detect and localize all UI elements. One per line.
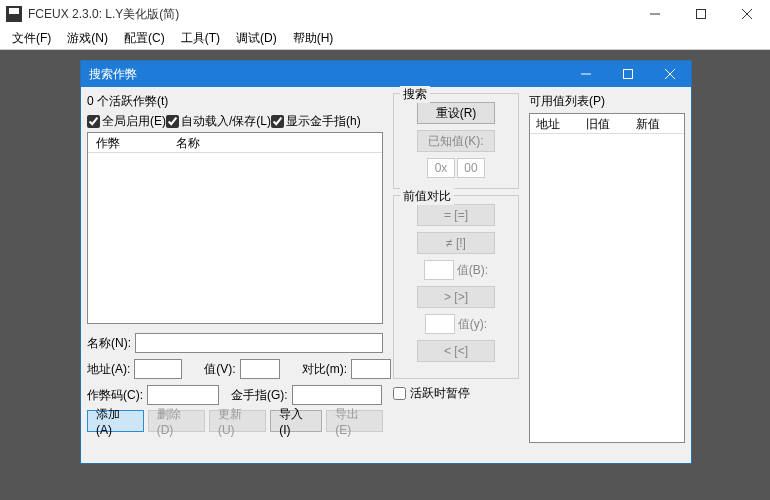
- delete-button[interactable]: 删除(D): [148, 410, 205, 432]
- hex-value-input[interactable]: 00: [457, 158, 485, 178]
- value-label: 值(V):: [204, 361, 235, 378]
- values-listview[interactable]: 地址 旧值 新值: [529, 113, 685, 443]
- menu-tools[interactable]: 工具(T): [173, 28, 228, 49]
- dialog-maximize-button[interactable]: [607, 61, 649, 87]
- col-name[interactable]: 名称: [168, 133, 382, 152]
- cmp-label: 对比(m):: [302, 361, 347, 378]
- reset-button[interactable]: 重设(R): [417, 102, 495, 124]
- search-group: 搜索 重设(R) 已知值(K): 0x 00: [393, 93, 519, 189]
- compare-group: 前值对比 = [=] ≠ [!] 值(B): > [>] 值(y): < [<]: [393, 195, 519, 379]
- col-addr[interactable]: 地址: [530, 114, 580, 133]
- app-logo-icon: [6, 6, 22, 22]
- menu-file[interactable]: 文件(F): [4, 28, 59, 49]
- addr-label: 地址(A):: [87, 361, 130, 378]
- ne-button[interactable]: ≠ [!]: [417, 232, 495, 254]
- import-button[interactable]: 导入(I): [270, 410, 322, 432]
- close-button[interactable]: [724, 0, 770, 28]
- autoload-checkbox[interactable]: 自动载入/保存(L): [166, 113, 271, 130]
- cmp-input[interactable]: [351, 359, 391, 379]
- main-titlebar: FCEUX 2.3.0: L.Y美化版(简): [0, 0, 770, 28]
- value-b-label: 值(B):: [457, 262, 488, 279]
- name-input[interactable]: [135, 333, 383, 353]
- global-enable-checkbox[interactable]: 全局启用(E): [87, 113, 166, 130]
- main-window-title: FCEUX 2.3.0: L.Y美化版(简): [28, 6, 632, 23]
- main-window: FCEUX 2.3.0: L.Y美化版(简) 文件(F) 游戏(N) 配置(C)…: [0, 0, 770, 500]
- addr-input[interactable]: [134, 359, 182, 379]
- add-button[interactable]: 添加(A): [87, 410, 144, 432]
- active-cheats-label: 0 个活跃作弊(t): [87, 93, 383, 110]
- dialog-title: 搜索作弊: [89, 66, 565, 83]
- search-legend: 搜索: [400, 86, 430, 103]
- menubar: 文件(F) 游戏(N) 配置(C) 工具(T) 调试(D) 帮助(H): [0, 28, 770, 50]
- col-old[interactable]: 旧值: [580, 114, 630, 133]
- menu-config[interactable]: 配置(C): [116, 28, 173, 49]
- show-gamefinger-checkbox[interactable]: 显示金手指(h): [271, 113, 361, 130]
- gf-label: 金手指(G):: [231, 387, 288, 404]
- right-list-title: 可用值列表(P): [529, 93, 685, 110]
- update-button[interactable]: 更新(U): [209, 410, 266, 432]
- eq-button[interactable]: = [=]: [417, 204, 495, 226]
- svg-rect-1: [697, 10, 706, 19]
- col-cheat[interactable]: 作弊: [88, 133, 168, 152]
- minimize-button[interactable]: [632, 0, 678, 28]
- export-button[interactable]: 导出(E): [326, 410, 383, 432]
- cheat-listview[interactable]: 作弊 名称: [87, 132, 383, 324]
- client-area: 搜索作弊 0 个活跃作弊(t) 全局启用(E) 自动载入/保存(L) 显示金手指…: [0, 50, 770, 500]
- hex-prefix: 0x: [427, 158, 455, 178]
- value-y-input[interactable]: [425, 314, 455, 334]
- value-input[interactable]: [240, 359, 280, 379]
- lt-button[interactable]: < [<]: [417, 340, 495, 362]
- svg-rect-5: [624, 70, 633, 79]
- code-label: 作弊码(C):: [87, 387, 143, 404]
- name-label: 名称(N):: [87, 335, 131, 352]
- dialog-minimize-button[interactable]: [565, 61, 607, 87]
- menu-debug[interactable]: 调试(D): [228, 28, 285, 49]
- value-b-input[interactable]: [424, 260, 454, 280]
- pause-checkbox[interactable]: 活跃时暂停: [393, 385, 519, 402]
- code-input[interactable]: [147, 385, 219, 405]
- cheat-search-dialog: 搜索作弊 0 个活跃作弊(t) 全局启用(E) 自动载入/保存(L) 显示金手指…: [80, 60, 692, 464]
- known-value-button[interactable]: 已知值(K):: [417, 130, 495, 152]
- gf-input[interactable]: [292, 385, 382, 405]
- menu-help[interactable]: 帮助(H): [285, 28, 342, 49]
- value-y-label: 值(y):: [458, 316, 487, 333]
- dialog-titlebar: 搜索作弊: [81, 61, 691, 87]
- col-new[interactable]: 新值: [630, 114, 680, 133]
- menu-game[interactable]: 游戏(N): [59, 28, 116, 49]
- compare-legend: 前值对比: [400, 188, 454, 205]
- dialog-close-button[interactable]: [649, 61, 691, 87]
- gt-button[interactable]: > [>]: [417, 286, 495, 308]
- maximize-button[interactable]: [678, 0, 724, 28]
